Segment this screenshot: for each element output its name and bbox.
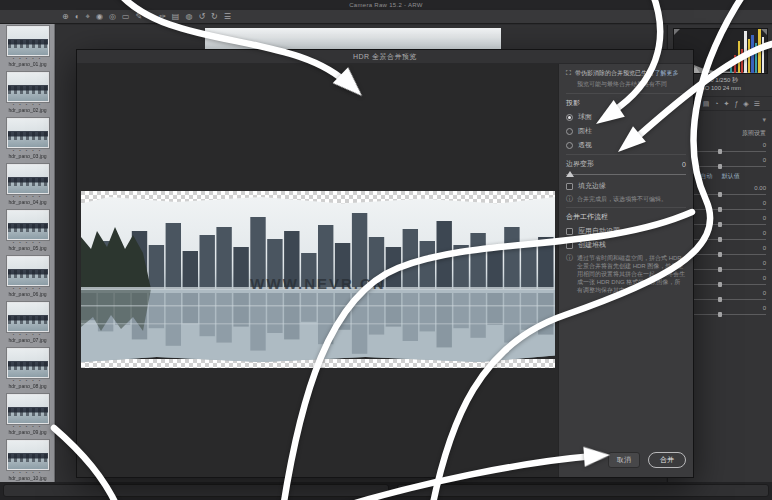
slider-thumb[interactable]: [718, 164, 722, 169]
thumbnail-filename: hdr_pano_02.jpg: [8, 108, 46, 114]
panorama-preview: WWW.NEVR.CN: [81, 191, 555, 368]
notice-subtext: 预览可能与最终合并结果略有不同: [577, 80, 686, 89]
cancel-button[interactable]: 取消: [608, 452, 640, 468]
red-eye-icon[interactable]: ◔: [148, 13, 153, 21]
slider-thumb[interactable]: [718, 312, 722, 317]
filmstrip-item[interactable]: • • • • •hdr_pano_02.jpg: [0, 70, 55, 116]
watermark-text: WWW.NEVR.CN: [81, 274, 555, 291]
spot-removal-icon[interactable]: ✎: [136, 13, 143, 21]
projection-radio-row[interactable]: 球面: [566, 112, 686, 122]
graduated-filter-icon[interactable]: ▤: [172, 13, 180, 21]
slider-thumb[interactable]: [718, 192, 722, 197]
panel-collapse-icon[interactable]: ▾: [762, 116, 766, 126]
white-balance-select[interactable]: 原照设置: [742, 129, 766, 138]
dialog-titlebar[interactable]: HDR 全景合并预览: [77, 50, 693, 64]
menu-tab-icon[interactable]: ☰: [754, 100, 760, 107]
dialog-title: HDR 全景合并预览: [353, 52, 417, 62]
crop-icon[interactable]: ▭: [122, 13, 130, 21]
adjustment-brush-icon[interactable]: ✑: [159, 13, 166, 21]
slider-thumb[interactable]: [718, 252, 722, 257]
projection-radio-row[interactable]: 圆柱: [566, 126, 686, 136]
slider-thumb[interactable]: [718, 282, 722, 287]
slider-value: 0: [763, 199, 766, 207]
slider-thumb[interactable]: [718, 207, 722, 212]
workflow-checkbox-row[interactable]: 创建堆栈: [566, 240, 686, 250]
filmstrip-item[interactable]: • • • • •hdr_pano_07.jpg: [0, 300, 55, 346]
projection-radio-row[interactable]: 透视: [566, 140, 686, 150]
radio-button[interactable]: [566, 128, 573, 135]
hand-icon[interactable]: ◐: [75, 13, 80, 21]
preferences-icon[interactable]: ☰: [224, 13, 231, 21]
filmstrip-item[interactable]: • • • • •hdr_pano_09.jpg: [0, 392, 55, 438]
slider-thumb[interactable]: [718, 222, 722, 227]
filmstrip-item[interactable]: • • • • •hdr_pano_01.jpg: [0, 24, 55, 70]
boundary-warp-slider[interactable]: [566, 171, 686, 177]
filmstrip-item[interactable]: • • • • •hdr_pano_06.jpg: [0, 254, 55, 300]
divider: [566, 207, 686, 208]
zoom-icon[interactable]: ⊕: [62, 13, 69, 21]
filmstrip-item[interactable]: • • • • •hdr_pano_04.jpg: [0, 162, 55, 208]
auto-link[interactable]: 自动: [700, 173, 712, 179]
rotate-left-icon[interactable]: ↺: [198, 13, 205, 21]
boundary-warp-thumb[interactable]: [566, 171, 574, 177]
slider-value: 0: [763, 156, 766, 164]
effects-tab-icon[interactable]: ✦: [724, 100, 730, 107]
slider-value: 0: [763, 141, 766, 149]
color-sampler-icon[interactable]: ◉: [96, 13, 103, 21]
slider-thumb[interactable]: [718, 237, 722, 242]
thumbnail-image: [7, 72, 49, 102]
checkbox[interactable]: [566, 242, 573, 249]
slider-thumb[interactable]: [718, 267, 722, 272]
rating-dots: • • • • •: [13, 471, 42, 475]
workflow-checkbox-row[interactable]: 应用自动设置: [566, 226, 686, 236]
info-icon: ⓘ: [566, 195, 573, 203]
filmstrip-item[interactable]: • • • • •hdr_pano_10.jpg: [0, 438, 55, 484]
default-link[interactable]: 默认值: [722, 173, 740, 179]
boundary-warp-label: 边界变形: [566, 159, 594, 169]
thumbnail-filename: hdr_pano_01.jpg: [8, 62, 46, 68]
workflow-option-label: 创建堆栈: [578, 240, 606, 250]
hdr-pano-merge-dialog: HDR 全景合并预览 WWW.NEVR.CN ⛶ 带伪影消除的合并预览已生成: [76, 49, 694, 478]
filmstrip-item[interactable]: • • • • •hdr_pano_03.jpg: [0, 116, 55, 162]
boundary-warp-value[interactable]: 0: [682, 161, 686, 168]
background-image-sliver: [205, 28, 501, 51]
projection-option-label: 圆柱: [578, 126, 592, 136]
radial-filter-icon[interactable]: ◍: [185, 13, 192, 21]
thumbnail-filename: hdr_pano_05.jpg: [8, 246, 46, 252]
projection-header: 投影: [566, 98, 686, 108]
filmstrip-item[interactable]: • • • • •hdr_pano_08.jpg: [0, 346, 55, 392]
thumbnail-filename: hdr_pano_03.jpg: [8, 154, 46, 160]
checkbox[interactable]: [566, 228, 573, 235]
fill-edges-checkbox-row[interactable]: 填充边缘: [566, 181, 686, 191]
radio-button[interactable]: [566, 142, 573, 149]
merge-preview-area: WWW.NEVR.CN: [77, 64, 559, 477]
rating-dots: • • • • •: [13, 379, 42, 383]
thumbnail-filename: hdr_pano_04.jpg: [8, 200, 46, 206]
merge-button[interactable]: 合并: [648, 452, 686, 468]
thumbnail-image: [7, 440, 49, 470]
slider-thumb[interactable]: [718, 149, 722, 154]
rotate-right-icon[interactable]: ↻: [211, 13, 218, 21]
slider-value: 0.00: [754, 184, 766, 192]
white-balance-icon[interactable]: ⌖: [86, 13, 91, 21]
notice-text: 带伪影消除的合并预览已生成: [575, 70, 653, 76]
filmstrip[interactable]: • • • • •hdr_pano_01.jpg• • • • •hdr_pan…: [0, 24, 55, 500]
thumbnail-filename: hdr_pano_07.jpg: [8, 338, 46, 344]
slider-thumb[interactable]: [718, 297, 722, 302]
thumbnail-image: [7, 164, 49, 194]
fill-edges-checkbox[interactable]: [566, 183, 573, 190]
presets-tab-icon[interactable]: ◈: [743, 100, 748, 107]
targeted-adjustment-icon[interactable]: ◎: [109, 13, 116, 21]
hsl-tab-icon[interactable]: ◔: [714, 100, 718, 107]
radio-button[interactable]: [566, 114, 573, 121]
thumbnail-filename: hdr_pano_09.jpg: [8, 430, 46, 436]
filmstrip-item[interactable]: • • • • •hdr_pano_05.jpg: [0, 208, 55, 254]
thumbnail-image: [7, 394, 49, 424]
rating-dots: • • • • •: [13, 57, 42, 61]
camera-raw-app: Camera Raw 15.2 - ARW ⊕◐⌖◉◎▭✎◔✑▤◍↺↻☰ • •…: [0, 0, 772, 500]
detail-tab-icon[interactable]: ▤: [703, 100, 710, 107]
slider-value: 0: [763, 274, 766, 282]
thumbnail-image: [7, 302, 49, 332]
learn-more-link[interactable]: 了解更多: [655, 70, 679, 76]
calibration-tab-icon[interactable]: ƒ: [734, 100, 738, 107]
